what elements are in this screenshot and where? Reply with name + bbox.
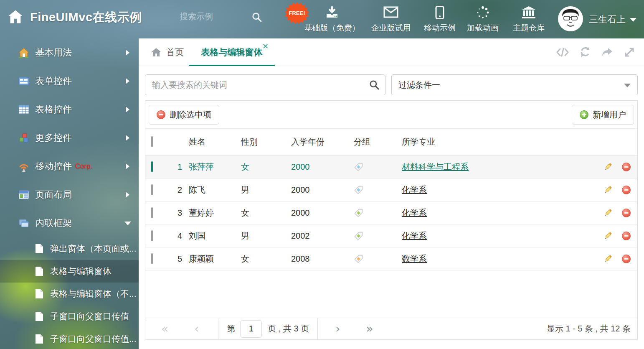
next-page-button[interactable]: › xyxy=(335,323,340,335)
sidebar-subitem-grid-edit-window[interactable]: 表格与编辑窗体 xyxy=(0,260,139,283)
tab-label: 表格与编辑窗体 xyxy=(201,46,263,58)
divider xyxy=(218,318,218,339)
header-search-input[interactable] xyxy=(180,12,246,21)
chevron-right-icon xyxy=(126,107,129,112)
cell-gender: 女 xyxy=(241,161,291,173)
column-header-gender[interactable]: 性别 xyxy=(241,136,291,148)
row-checkbox[interactable] xyxy=(151,230,153,241)
delete-icon[interactable] xyxy=(622,232,631,240)
bank-icon xyxy=(521,6,536,21)
sidebar-item-inline-frames[interactable]: 内联框架 xyxy=(0,209,139,237)
page-prefix: 第 xyxy=(227,323,235,334)
nav-theme-repository[interactable]: 主题仓库 xyxy=(506,6,551,33)
edit-icon[interactable] xyxy=(603,231,613,241)
page-number-input[interactable] xyxy=(240,320,262,338)
logo[interactable]: FineUIMvc在线示例 xyxy=(8,9,142,26)
nav-label: 企业版试用 xyxy=(371,23,411,33)
nav-enterprise-trial[interactable]: 企业版试用 xyxy=(364,6,418,33)
row-checkbox[interactable] xyxy=(151,207,153,218)
table-row[interactable]: 4 刘国 男 2002 化学系 xyxy=(145,224,637,247)
delete-icon[interactable] xyxy=(622,255,631,263)
table-row[interactable]: 3 董婷婷 女 2000 化学系 xyxy=(145,201,637,224)
close-icon[interactable]: ✕ xyxy=(262,43,269,50)
row-checkbox[interactable] xyxy=(151,253,153,264)
sidebar-subitem-child-to-parent-2[interactable]: 子窗口向父窗口传值... xyxy=(0,328,139,349)
sidebar-subitem-child-to-parent[interactable]: 子窗口向父窗口传值 xyxy=(0,305,139,328)
search-icon[interactable] xyxy=(369,79,380,92)
nav-label: 主题仓库 xyxy=(513,23,545,33)
user-menu[interactable]: 三生石上 xyxy=(589,13,636,26)
sidebar-subitem-grid-edit-window-no[interactable]: 表格与编辑窗体（不... xyxy=(0,283,139,305)
first-page-button[interactable]: « xyxy=(161,323,168,335)
tag-icon xyxy=(354,231,363,241)
sidebar-item-form-controls[interactable]: 表单控件 xyxy=(0,67,139,95)
cell-name: 陈飞 xyxy=(189,184,241,196)
svg-text:FREE!: FREE! xyxy=(289,10,305,16)
sidebar-item-more-controls[interactable]: 更多控件 xyxy=(0,124,139,152)
prev-page-button[interactable]: ‹ xyxy=(194,323,199,335)
delete-icon[interactable] xyxy=(622,209,631,217)
cell-year: 2000 xyxy=(291,185,354,195)
cell-gender: 男 xyxy=(241,184,291,196)
column-header-group[interactable]: 分组 xyxy=(354,136,402,148)
filter-dropdown[interactable]: 过滤条件一 xyxy=(391,74,638,95)
major-link[interactable]: 数学系 xyxy=(402,254,427,263)
sidebar-item-mobile-controls[interactable]: 移动控件 Corp. xyxy=(0,152,139,181)
cell-gender: 男 xyxy=(241,230,291,242)
sidebar-subitem-label: 子窗口向父窗口传值 xyxy=(50,311,129,322)
sidebar-item-label: 表单控件 xyxy=(35,75,72,87)
keyword-search-input[interactable] xyxy=(145,74,385,95)
table-row[interactable]: 5 康颖颖 女 2008 数学系 xyxy=(145,247,637,270)
search-icon[interactable] xyxy=(251,12,262,24)
open-in-new-icon[interactable] xyxy=(601,47,613,57)
avatar[interactable] xyxy=(558,6,583,31)
sidebar-subitem-popup-window[interactable]: 弹出窗体（本页面或... xyxy=(0,237,139,260)
column-header-year[interactable]: 入学年份 xyxy=(291,136,354,148)
row-checkbox[interactable] xyxy=(151,184,153,195)
row-checkbox[interactable] xyxy=(151,161,153,172)
delete-icon[interactable] xyxy=(622,186,631,194)
tag-icon xyxy=(354,254,363,264)
select-all-checkbox[interactable] xyxy=(151,136,153,147)
edit-icon[interactable] xyxy=(603,208,613,218)
corp-badge: Corp. xyxy=(75,162,93,171)
column-header-major[interactable]: 所学专业 xyxy=(402,136,591,148)
row-number: 1 xyxy=(165,162,189,172)
sidebar-item-basic-usage[interactable]: 基本用法 xyxy=(0,38,139,67)
table-row[interactable]: 1 张萍萍 女 2000 材料科学与工程系 xyxy=(145,155,637,178)
add-user-button[interactable]: 新增用户 xyxy=(572,105,634,125)
sidebar-item-page-layout[interactable]: 页面布局 xyxy=(0,181,139,209)
major-link[interactable]: 化学系 xyxy=(402,208,427,217)
sidebar-subitem-label: 表格与编辑窗体 xyxy=(50,265,112,277)
edit-icon[interactable] xyxy=(603,254,613,264)
nav-label: 加载动画 xyxy=(467,23,499,33)
delete-icon[interactable] xyxy=(622,163,631,171)
nav-label: 基础版（免费） xyxy=(304,23,360,33)
signal-icon xyxy=(18,161,29,172)
source-code-icon[interactable] xyxy=(556,47,569,57)
refresh-icon[interactable] xyxy=(580,47,591,58)
major-link[interactable]: 材料科学与工程系 xyxy=(402,162,469,171)
edit-icon[interactable] xyxy=(603,185,613,195)
major-link[interactable]: 化学系 xyxy=(402,231,427,240)
nav-mobile-demo[interactable]: 移动示例 xyxy=(420,6,460,33)
fullscreen-icon[interactable] xyxy=(624,47,635,58)
home-icon xyxy=(151,48,161,57)
delete-selected-button[interactable]: 删除选中项 xyxy=(149,105,219,125)
edit-icon[interactable] xyxy=(603,162,613,172)
file-icon xyxy=(35,266,43,276)
table-row[interactable]: 2 陈飞 男 2000 化学系 xyxy=(145,178,637,201)
divider xyxy=(317,318,318,339)
sidebar-item-label: 更多控件 xyxy=(35,132,72,144)
nav-loading-animations[interactable]: 加载动画 xyxy=(463,6,503,33)
tab-home[interactable]: 首页 xyxy=(151,38,184,66)
row-number: 4 xyxy=(165,231,189,241)
nav-basic-edition[interactable]: FREE! 基础版（免费） xyxy=(299,6,365,33)
major-link[interactable]: 化学系 xyxy=(402,185,427,194)
column-header-name[interactable]: 姓名 xyxy=(189,136,241,148)
home-icon xyxy=(18,47,29,58)
tag-icon xyxy=(354,162,363,172)
last-page-button[interactable]: » xyxy=(366,323,373,335)
top-header: FineUIMvc在线示例 FREE! 基础版（免费） 企业版试用 xyxy=(0,0,644,38)
sidebar-item-grid-controls[interactable]: 表格控件 xyxy=(0,95,139,124)
